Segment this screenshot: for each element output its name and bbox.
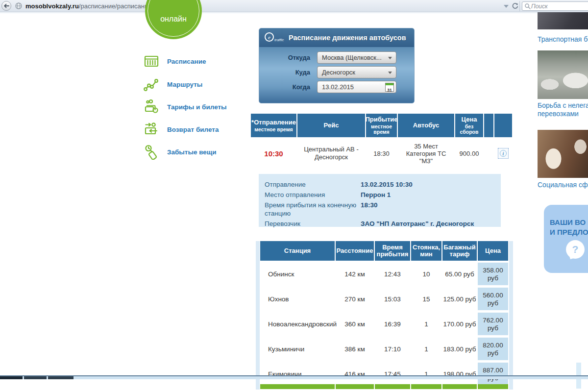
dropdown-caret-icon[interactable] (504, 5, 509, 8)
sidebar-item-schedule[interactable]: Расписание (144, 52, 206, 70)
link-social-sphere[interactable]: Социальная сфер (538, 181, 588, 189)
taskbar-button[interactable] (24, 376, 47, 379)
date-row: Когда 13.02.2015 31 (259, 81, 414, 93)
sidebar-item-label: Маршруты (167, 81, 202, 88)
col-price-sub: без сборов (455, 124, 483, 135)
feedback-banner[interactable]: ВАШИ ВО И ПРЕДЛОЖ ? (544, 205, 588, 273)
station-name: Юхнов (260, 287, 335, 312)
station-arrival: 17:45 (375, 362, 410, 387)
detail-value: Перрон 1 (361, 191, 501, 199)
route-name: Центральный АВ - Десногорск (302, 146, 361, 161)
station-baggage: 198.00 руб (442, 362, 477, 387)
sidebar-item-lost-items[interactable]: Забытые вещи (144, 143, 217, 161)
detail-value: 13.02.2015 10:30 (361, 180, 501, 189)
search-field[interactable] (522, 1, 588, 11)
from-select-value: Москва (Щелковск... (322, 54, 382, 61)
station-stop: 10 (411, 262, 441, 287)
station-row: Новоалександровский 360 км 16:39 1 170.0… (260, 312, 508, 337)
arrival-time: 18:30 (373, 150, 390, 157)
routes-icon (144, 76, 159, 92)
etraffic-logo: e traffic (264, 31, 285, 44)
station-price: 560.00 руб (478, 287, 508, 312)
feedback-line-1: ВАШИ ВО (550, 218, 588, 227)
col-arrival-sub: местное время (366, 124, 397, 135)
news-thumbnail-social[interactable] (538, 130, 588, 178)
sidebar-item-label: Забытые вещи (167, 148, 217, 156)
taskbar-button[interactable] (0, 376, 23, 379)
online-badge[interactable]: онлайн (145, 0, 202, 39)
search-icon (524, 3, 531, 10)
to-select[interactable]: Десногорск (317, 66, 396, 78)
link-illegal-transit[interactable]: Борьба с нелегал перевозками (538, 101, 588, 118)
date-input[interactable]: 13.02.2015 31 (317, 81, 396, 93)
station-name: Обнинск (260, 262, 335, 287)
chevron-down-icon (388, 72, 392, 74)
col-route-title: Рейс (324, 122, 339, 129)
sidebar-item-routes[interactable]: Маршруты (144, 75, 202, 93)
from-select[interactable]: Москва (Щелковск... (317, 51, 396, 64)
station-stop: 1 (411, 312, 441, 337)
station-stop: 1 (411, 337, 441, 362)
col-bus-title: Автобус (413, 122, 439, 129)
bus-info: 35 Мест Категория ТС "М3" (403, 143, 450, 165)
station-distance: 360 км (336, 312, 374, 337)
tariffs-tickets-icon (144, 99, 159, 115)
back-button[interactable] (1, 1, 11, 11)
taskbar-button[interactable] (48, 376, 74, 379)
col-departure: *Отправление местное время (251, 114, 296, 137)
to-select-value: Десногорск (322, 69, 355, 76)
trip-result-row: 10:30 Центральный АВ - Десногорск 18:30 … (251, 138, 512, 169)
trip-details-panel: Отправление 13.02.2015 10:30 Место отпра… (259, 174, 501, 227)
departure-time: 10:30 (264, 149, 283, 158)
news-thumbnail-transport-security[interactable] (538, 12, 588, 29)
chevron-down-icon (388, 57, 392, 59)
link-transport-security[interactable]: Транспортная без (538, 35, 588, 44)
link-text: Социальная сфер (538, 181, 588, 189)
col-price: Цена без сборов (455, 114, 483, 137)
col-route: Рейс (297, 114, 365, 137)
calendar-icon[interactable]: 31 (385, 83, 394, 92)
sidebar-item-ticket-return[interactable]: Возврат билета (144, 121, 219, 138)
detail-value: 18:30 (361, 201, 501, 209)
location-bar[interactable]: mosoblvokzaly.ru/расписание/расписание.h… (25, 2, 166, 10)
station-row: Юхнов 270 км 15:03 15 125.00 руб 560.00 … (260, 287, 508, 312)
from-row: Откуда Москва (Щелковск... (259, 51, 414, 64)
station-price: 887.00 руб (478, 362, 508, 387)
col-station-price: Цена (478, 241, 508, 261)
table-footer-bar (260, 384, 508, 389)
station-distance: 386 км (336, 337, 374, 362)
sidebar-item-label: Возврат билета (167, 126, 219, 133)
stations-table-header: Станция Расстояние Время прибытия Стоянк… (260, 241, 508, 261)
detail-label: Отправление (265, 180, 361, 189)
sidebar-item-label: Тарифы и билеты (167, 103, 227, 111)
sidebar-item-label: Расписание (167, 58, 206, 65)
col-empty-2 (494, 114, 512, 137)
station-name: Екимовичи (260, 362, 335, 387)
station-arrival: 17:10 (375, 337, 410, 362)
calendar-icon-day: 31 (387, 88, 392, 93)
browser-window: mosoblvokzaly.ru/расписание/расписание.h… (0, 0, 588, 392)
station-stop: 1 (411, 362, 441, 387)
price-value: 900.00 (460, 150, 479, 157)
sidebar-item-tariffs[interactable]: Тарифы и билеты (144, 98, 227, 116)
etraffic-logo-letter: e (265, 32, 274, 42)
globe-icon (15, 2, 22, 9)
station-arrival: 16:39 (375, 312, 410, 337)
toolbar-separator (519, 1, 520, 11)
search-input[interactable] (531, 3, 580, 10)
station-row: Екимовичи 416 км 17:45 1 198.00 руб 887.… (260, 362, 508, 387)
col-bus: Автобус (398, 114, 454, 137)
col-departure-title: *Отправление (251, 119, 296, 126)
calendar-icon-top (386, 83, 393, 86)
col-price-title: Цена (462, 116, 477, 123)
link-text: перевозками (538, 110, 588, 118)
date-label: Когда (259, 83, 317, 91)
info-button[interactable]: i (498, 148, 509, 159)
ticket-return-icon (144, 122, 159, 137)
schedule-icon (144, 53, 159, 69)
reload-button[interactable] (511, 2, 519, 10)
trip-form-body: Откуда Москва (Щелковск... Куда Десногор… (259, 47, 414, 103)
news-thumbnail-illegal-transit[interactable] (538, 50, 588, 99)
link-text: Борьба с нелегал (538, 101, 588, 110)
question-mark: ? (572, 244, 579, 255)
